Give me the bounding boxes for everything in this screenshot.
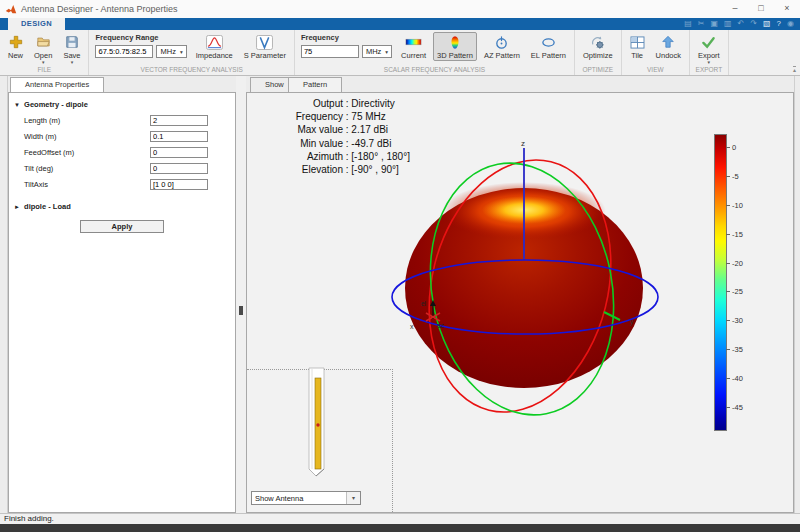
chevron-down-icon: ▾ bbox=[346, 492, 360, 504]
ribbon-section-scalar: Frequency MHz ▾ Current bbox=[295, 30, 575, 75]
colorbar: 0 -5 -10 -15 -20 -25 -30 -35 -40 -45 bbox=[714, 134, 727, 431]
copy-icon[interactable]: ▣ bbox=[710, 18, 718, 30]
new-icon bbox=[9, 34, 23, 50]
matlab-logo-icon bbox=[5, 4, 17, 15]
close-button[interactable]: × bbox=[774, 0, 800, 18]
optimize-button[interactable]: Optimize bbox=[579, 32, 617, 61]
tile-button[interactable]: Tile bbox=[626, 32, 649, 61]
undo-icon[interactable]: ↶ bbox=[738, 18, 745, 30]
ribbon-section-file: New Open ▾ Save ▾ FILE bbox=[0, 30, 89, 75]
el-pattern-button[interactable]: EL Pattern bbox=[527, 32, 570, 61]
feed-point bbox=[316, 423, 319, 426]
chevron-down-icon: ▾ bbox=[71, 60, 74, 65]
show-antenna-select[interactable]: Show Antenna ▾ bbox=[251, 491, 361, 505]
quick-access-toolbar: ▤ ✂ ▣ ▥ ↶ ↷ ▧ ? ◉ bbox=[684, 18, 794, 30]
pattern-3d-button[interactable]: 3D Pattern bbox=[433, 32, 477, 61]
new-button[interactable]: New bbox=[4, 32, 27, 61]
antenna-inset-panel: Show Antenna ▾ bbox=[247, 369, 393, 514]
s-parameter-button[interactable]: S Parameter bbox=[240, 32, 290, 61]
redo-icon[interactable]: ↷ bbox=[750, 18, 757, 30]
y-axis-label: y bbox=[630, 318, 634, 326]
colorbar-tick: 0 bbox=[732, 143, 736, 152]
az-pattern-icon bbox=[494, 34, 509, 50]
az-label: az bbox=[437, 322, 444, 329]
ribbon-tab-strip: DESIGN ▤ ✂ ▣ ▥ ↶ ↷ ▧ ? ◉ bbox=[0, 18, 800, 30]
splitter-handle[interactable] bbox=[239, 306, 243, 315]
load-section-header[interactable]: ► dipole - Load bbox=[14, 202, 235, 211]
current-button[interactable]: Current bbox=[397, 32, 430, 61]
az-pattern-button[interactable]: AZ Pattern bbox=[480, 32, 524, 61]
tab-antenna-properties[interactable]: Antenna Properties bbox=[10, 77, 104, 92]
geometry-section-header[interactable]: ▼ Geometry - dipole bbox=[14, 100, 235, 109]
ribbon-section-view: Tile Undock VIEW bbox=[622, 30, 690, 75]
community-icon[interactable]: ◉ bbox=[787, 18, 794, 30]
frequency-unit-select[interactable]: MHz ▾ bbox=[362, 45, 392, 58]
ribbon-section-vector: Frequency Range MHz ▾ Impedance bbox=[89, 30, 294, 75]
length-input[interactable] bbox=[150, 115, 208, 126]
field-row-tiltaxis: TiltAxis bbox=[24, 179, 208, 190]
frequency-input[interactable] bbox=[301, 45, 359, 58]
field-row-feedoffset: FeedOffset (m) bbox=[24, 147, 208, 158]
width-input[interactable] bbox=[150, 131, 208, 142]
antenna-properties-panel: Antenna Properties ▼ Geometry - dipole L… bbox=[8, 76, 236, 513]
triangle-expanded-icon: ▼ bbox=[14, 102, 20, 108]
collapse-ribbon-icon[interactable]: ▴ bbox=[793, 66, 796, 73]
field-row-width: Width (m) bbox=[24, 131, 208, 142]
apply-button[interactable]: Apply bbox=[80, 220, 164, 233]
minimize-button[interactable]: – bbox=[722, 0, 748, 18]
pattern-3d-icon bbox=[448, 34, 462, 50]
section-label-view: VIEW bbox=[622, 66, 689, 75]
section-label-file: FILE bbox=[0, 66, 88, 75]
frequency-range-group: Frequency Range MHz ▾ bbox=[93, 32, 188, 58]
tilt-input[interactable] bbox=[150, 163, 208, 174]
print-icon[interactable]: ▧ bbox=[763, 18, 771, 30]
impedance-icon bbox=[206, 34, 223, 50]
export-check-icon bbox=[701, 34, 716, 50]
paste-icon[interactable]: ▥ bbox=[724, 18, 732, 30]
colorbar-tick: -10 bbox=[732, 201, 743, 210]
s-parameter-icon bbox=[256, 34, 273, 50]
chevron-down-icon: ▾ bbox=[180, 49, 183, 55]
ribbon-section-export: Export ▾ EXPORT bbox=[690, 30, 729, 75]
cut-icon[interactable]: ✂ bbox=[698, 18, 705, 30]
colorbar-tick: -20 bbox=[732, 259, 743, 268]
current-icon bbox=[405, 34, 422, 50]
feedoffset-label: FeedOffset (m) bbox=[24, 148, 150, 157]
undock-button[interactable]: Undock bbox=[652, 32, 685, 61]
save-icon[interactable]: ▤ bbox=[684, 18, 692, 30]
colorbar-tick: -5 bbox=[732, 172, 739, 181]
right-gutter bbox=[794, 76, 800, 513]
frequency-range-input[interactable] bbox=[95, 45, 153, 58]
colorbar-tick: -25 bbox=[732, 287, 743, 296]
chevron-down-icon: ▾ bbox=[708, 60, 711, 65]
width-label: Width (m) bbox=[24, 132, 150, 141]
left-gutter bbox=[0, 76, 8, 513]
feedoffset-input[interactable] bbox=[150, 147, 208, 158]
tiltaxis-input[interactable] bbox=[150, 179, 208, 190]
colorbar-tick: -30 bbox=[732, 316, 743, 325]
panel-splitter[interactable] bbox=[236, 76, 246, 513]
status-bar: Finish adding. bbox=[0, 513, 800, 524]
el-label: el bbox=[421, 300, 427, 307]
undock-arrow-icon bbox=[661, 34, 675, 50]
length-label: Length (m) bbox=[24, 116, 150, 125]
export-button[interactable]: Export ▾ bbox=[694, 32, 724, 66]
help-icon[interactable]: ? bbox=[777, 18, 781, 30]
frequency-range-unit-select[interactable]: MHz ▾ bbox=[156, 45, 186, 58]
maximize-button[interactable]: □ bbox=[748, 0, 774, 18]
status-text: Finish adding. bbox=[4, 514, 54, 523]
antenna-geometry-figure[interactable] bbox=[303, 365, 335, 485]
tab-pattern[interactable]: Pattern bbox=[288, 77, 342, 92]
show-antenna-value: Show Antenna bbox=[252, 494, 346, 503]
colorbar-tick: -35 bbox=[732, 345, 743, 354]
field-row-tilt: Tilt (deg) bbox=[24, 163, 208, 174]
chevron-down-icon: ▾ bbox=[385, 49, 388, 55]
tab-design[interactable]: DESIGN bbox=[8, 18, 65, 30]
ribbon: New Open ▾ Save ▾ FILE Frequency Ran bbox=[0, 30, 800, 76]
save-floppy-icon bbox=[65, 34, 79, 50]
colorbar-tick: -45 bbox=[732, 403, 743, 412]
open-button[interactable]: Open ▾ bbox=[30, 32, 56, 66]
save-button[interactable]: Save ▾ bbox=[59, 32, 84, 66]
section-label-vector: VECTOR FREQUENCY ANALYSIS bbox=[89, 66, 293, 75]
impedance-button[interactable]: Impedance bbox=[192, 32, 237, 61]
